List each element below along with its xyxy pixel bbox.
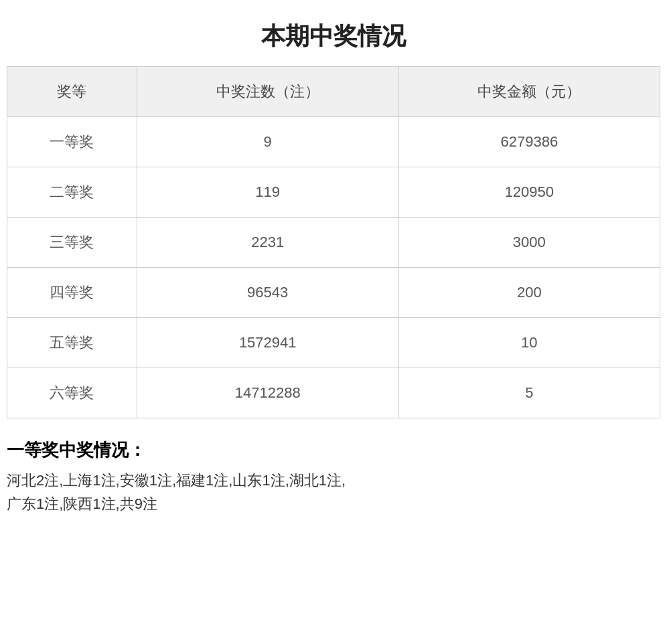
first-prize-title: 一等奖中奖情况： [7,438,660,462]
cell-count: 1572941 [137,318,398,368]
cell-level: 五等奖 [7,318,137,368]
col-header-amount: 中奖金额（元） [398,67,660,117]
cell-amount: 120950 [398,167,660,218]
cell-level: 三等奖 [7,218,137,268]
table-row: 五等奖157294110 [7,318,660,368]
cell-level: 四等奖 [7,268,137,318]
prize-table: 奖等 中奖注数（注） 中奖金额（元） 一等奖96279386二等奖1191209… [7,67,660,418]
cell-count: 96543 [137,268,398,318]
page-title: 本期中奖情况 [0,0,667,66]
cell-amount: 200 [398,268,660,318]
cell-amount: 5 [398,368,660,418]
table-row: 二等奖119120950 [7,167,660,218]
cell-count: 14712288 [137,368,398,418]
table-row: 四等奖96543200 [7,268,660,318]
bottom-section: 一等奖中奖情况： 河北2注,上海1注,安徽1注,福建1注,山东1注,湖北1注, … [7,438,660,515]
cell-level: 一等奖 [7,117,137,167]
cell-count: 9 [137,117,398,167]
table-row: 一等奖96279386 [7,117,660,167]
page-container: 本期中奖情况 奖等 中奖注数（注） 中奖金额（元） 一等奖96279386二等奖… [0,0,667,515]
cell-amount: 6279386 [398,117,660,167]
cell-level: 二等奖 [7,167,137,218]
table-header-row: 奖等 中奖注数（注） 中奖金额（元） [7,67,660,117]
cell-amount: 10 [398,318,660,368]
col-header-count: 中奖注数（注） [137,67,398,117]
cell-level: 六等奖 [7,368,137,418]
first-prize-text: 河北2注,上海1注,安徽1注,福建1注,山东1注,湖北1注, 广东1注,陕西1注… [7,469,660,515]
cell-amount: 3000 [398,218,660,268]
cell-count: 2231 [137,218,398,268]
prize-table-wrapper: 奖等 中奖注数（注） 中奖金额（元） 一等奖96279386二等奖1191209… [7,66,660,418]
col-header-level: 奖等 [7,67,137,117]
cell-count: 119 [137,167,398,218]
table-row: 六等奖147122885 [7,368,660,418]
table-row: 三等奖22313000 [7,218,660,268]
